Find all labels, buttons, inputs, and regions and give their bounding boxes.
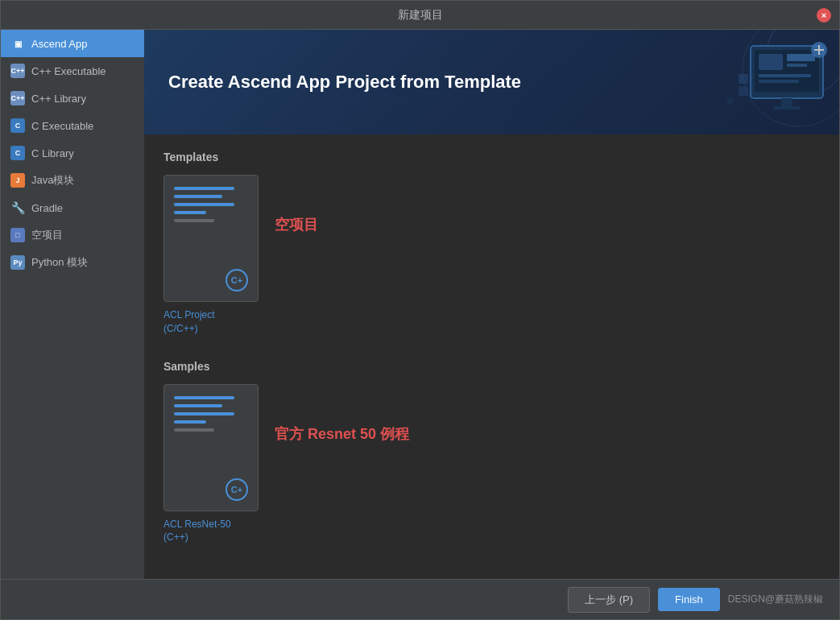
close-button[interactable]: × xyxy=(817,8,831,23)
svg-rect-5 xyxy=(787,54,815,61)
sidebar-item-java-module[interactable]: JJava模块 xyxy=(1,167,144,194)
cpp-executable-label: C++ Executable xyxy=(31,65,106,77)
samples-row: C+ ACL ResNet-50(C++) 官方 Resnet 50 例程 xyxy=(163,384,820,545)
main-content: ▣Ascend AppC++C++ ExecutableC++C++ Libra… xyxy=(1,30,839,579)
acl-project-label: ACL Project(C/C++) xyxy=(163,308,259,336)
banner-title: Create Ascend App Project from Template xyxy=(168,72,521,93)
line-s2 xyxy=(174,404,222,407)
right-panel: Create Ascend App Project from Template xyxy=(144,30,839,579)
svg-rect-10 xyxy=(773,106,801,110)
c-library-label: C Library xyxy=(31,147,74,159)
templates-label: Templates xyxy=(163,151,820,163)
ascend-app-label: Ascend App xyxy=(31,38,87,50)
line-2 xyxy=(174,195,222,198)
sidebar: ▣Ascend AppC++C++ ExecutableC++C++ Libra… xyxy=(1,30,144,579)
title-bar: 新建项目 × xyxy=(1,1,839,30)
dialog-title: 新建项目 xyxy=(398,8,443,23)
c-library-icon: C xyxy=(10,146,25,160)
banner-decoration xyxy=(678,30,839,134)
empty-project-label: 空项目 xyxy=(31,228,63,242)
cpp-badge-2: C+ xyxy=(226,478,248,501)
gradle-icon: 🔧 xyxy=(10,200,25,215)
sidebar-item-empty-project[interactable]: □空项目 xyxy=(1,221,144,249)
cpp-badge: C+ xyxy=(226,269,248,291)
line-s4 xyxy=(174,420,206,424)
svg-rect-7 xyxy=(759,74,811,77)
card-lines xyxy=(174,187,248,222)
templates-annotation: 空项目 xyxy=(275,175,318,234)
line-3 xyxy=(174,203,234,206)
content-area: Templates C+ xyxy=(144,134,839,579)
java-module-label: Java模块 xyxy=(31,173,74,188)
svg-rect-15 xyxy=(739,86,748,96)
ascend-app-icon: ▣ xyxy=(10,36,25,51)
svg-rect-4 xyxy=(759,54,783,70)
samples-section: Samples C+ xyxy=(163,360,820,545)
card-lines-2 xyxy=(174,396,248,432)
templates-row: C+ ACL Project(C/C++) 空项目 xyxy=(163,175,820,336)
samples-label: Samples xyxy=(163,360,820,373)
svg-rect-9 xyxy=(781,98,792,106)
sidebar-item-c-executable[interactable]: CC Executable xyxy=(1,112,144,139)
c-executable-label: C Executable xyxy=(31,120,93,132)
svg-rect-16 xyxy=(726,98,733,105)
sidebar-item-python-module[interactable]: PyPython 模块 xyxy=(1,249,144,276)
sidebar-item-c-library[interactable]: CC Library xyxy=(1,139,144,167)
sidebar-item-cpp-executable[interactable]: C++C++ Executable xyxy=(1,57,144,85)
empty-project-icon: □ xyxy=(10,228,25,242)
cpp-library-label: C++ Library xyxy=(31,93,86,105)
watermark: DESIGN@蘑菇熟辣椒 xyxy=(728,593,823,606)
line-s3 xyxy=(174,412,234,415)
sidebar-item-cpp-library[interactable]: C++C++ Library xyxy=(1,85,144,112)
gradle-label: Gradle xyxy=(31,202,63,214)
cpp-library-icon: C++ xyxy=(10,91,25,105)
sidebar-item-gradle[interactable]: 🔧Gradle xyxy=(1,194,144,221)
python-module-icon: Py xyxy=(10,255,25,270)
svg-rect-6 xyxy=(787,64,807,67)
acl-resnet50-card[interactable]: C+ xyxy=(163,384,259,511)
finish-button[interactable]: Finish xyxy=(658,588,720,611)
banner: Create Ascend App Project from Template xyxy=(144,30,839,134)
cpp-executable-icon: C++ xyxy=(10,64,25,78)
samples-annotation: 官方 Resnet 50 例程 xyxy=(275,384,409,444)
line-4 xyxy=(174,211,206,214)
sidebar-item-ascend-app[interactable]: ▣Ascend App xyxy=(1,30,144,57)
line-1 xyxy=(174,187,234,190)
python-module-label: Python 模块 xyxy=(31,255,88,270)
line-s1 xyxy=(174,396,234,399)
line-5 xyxy=(174,219,214,222)
bottom-bar: 上一步 (P) Finish DESIGN@蘑菇熟辣椒 xyxy=(1,579,839,619)
new-project-dialog: 新建项目 × ▣Ascend AppC++C++ ExecutableC++C+… xyxy=(0,0,840,620)
back-button[interactable]: 上一步 (P) xyxy=(568,587,650,613)
svg-rect-8 xyxy=(759,80,799,83)
line-s5 xyxy=(174,428,214,432)
acl-resnet50-label: ACL ResNet-50(C++) xyxy=(163,518,259,545)
java-module-icon: J xyxy=(10,173,25,188)
acl-project-card[interactable]: C+ xyxy=(163,175,259,302)
svg-rect-14 xyxy=(739,74,748,84)
c-executable-icon: C xyxy=(10,118,25,133)
templates-section: Templates C+ xyxy=(163,151,820,336)
